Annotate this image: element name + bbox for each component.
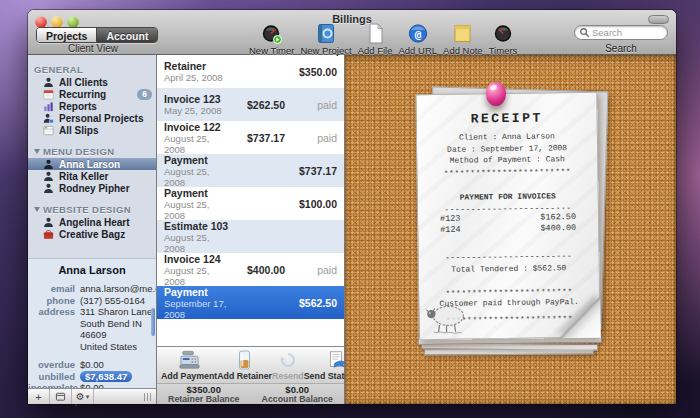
unbilled-label: unbilled [28,371,80,383]
entries-list-pane: RetainerApril 25, 2008 $350.00 Invoice 1… [157,55,345,404]
cash-register-icon [178,350,201,370]
list-item-estimate-103[interactable]: Estimate 103August 25, 2008 [157,220,344,253]
sidebar-item-all-slips[interactable]: All Slips [28,124,156,136]
sidebar-item-anna-larson[interactable]: Anna Larson [28,158,156,170]
list-item-invoice-124[interactable]: Invoice 124August 25, 2008 $400.00 paid [157,253,344,286]
list-item-payment-100[interactable]: PaymentAugust 25, 2008 $100.00 [157,187,344,220]
receipt: RECEIPT Client : Anna Larson Date : Sept… [411,75,611,365]
sidebar-item-recurring[interactable]: Recurring 6 [28,88,156,100]
resize-grip[interactable] [144,393,153,401]
toolbar-toggle-pill[interactable] [648,15,669,24]
email-value: anna.larson@me.com [80,283,156,295]
pushpin-icon [486,82,506,106]
window-header: Billings Projects Account Client View Ne… [28,10,676,55]
gear-icon: ⚙ [76,390,85,404]
person-icon [43,217,54,228]
list-item-invoice-122[interactable]: Invoice 122August 25, 2008 $737.17 paid [157,121,344,154]
receipt-method-line: Method of Payment : Cash [417,153,597,167]
add-retainer-button[interactable]: Add Retainer [217,350,272,381]
add-url-button[interactable]: @ Add URL [398,23,437,56]
sidebar-item-creative-bagz[interactable]: Creative Bagz [28,228,156,240]
new-timer-button[interactable]: New Timer [249,23,294,56]
address-label: address [28,306,80,352]
source-list: GENERAL All Clients Recurring 6 Reports [28,55,156,258]
disclosure-triangle-icon [34,149,40,154]
person-icon [43,159,54,170]
search-icon [579,27,590,38]
retainer-jar-icon [237,350,252,370]
tab-account[interactable]: Account [97,28,157,42]
receipt-total-line: Total Tendered : $562.50 [419,261,599,275]
search-field[interactable] [574,25,668,40]
timer-icon [493,23,513,44]
group-header-general: GENERAL [28,62,156,76]
group-header-menu-design[interactable]: MENU DESIGN [28,144,156,158]
add-payment-button[interactable]: Add Payment [161,350,217,381]
at-icon: @ [408,23,428,44]
sidebar-scrollbar-thumb[interactable] [151,308,155,336]
sidebar-item-rita-keller[interactable]: Rita Keller [28,170,156,182]
add-note-button[interactable]: Add Note [443,23,483,56]
sidebar-item-reports[interactable]: Reports [28,100,156,112]
chevron-down-icon: ▾ [86,390,90,404]
search-input[interactable] [590,26,663,39]
list-item-invoice-123[interactable]: Invoice 123May 25, 2008 $262.50 paid [157,88,344,121]
sidebar: GENERAL All Clients Recurring 6 Reports [28,55,157,404]
timer-icon [261,23,283,44]
resend-arrow-icon [278,350,298,370]
search-area: Search [574,25,668,54]
bar-chart-icon [43,101,54,112]
tab-projects[interactable]: Projects [37,28,97,42]
address-value: 311 Sharon Lane South Bend IN 46609 Unit… [80,306,156,352]
phone-label: phone [28,295,80,307]
sidebar-item-personal-projects[interactable]: Personal Projects [28,112,156,124]
briefcase-icon [43,229,54,240]
receipt-line-item: #124$400.00 [418,223,598,237]
receipt-title: RECEIPT [417,110,597,128]
file-icon [367,23,384,44]
receipt-section-header: PAYMENT FOR INVOICES [418,189,598,203]
toolbar-buttons: New Timer New Project Add File @ Add URL [246,23,520,56]
entries-list: RetainerApril 25, 2008 $350.00 Invoice 1… [157,55,344,346]
archive-box-icon [55,391,66,402]
list-item-payment-562-selected[interactable]: PaymentSeptember 17, 2008 $562.50 [157,286,344,319]
retainer-balance: $350.00 Retainer Balance [157,384,251,404]
phone-value: (317) 555-0164 [80,295,145,307]
email-label: email [28,283,80,295]
billings-window: Billings Projects Account Client View Ne… [28,10,676,404]
overdue-value: $0.00 [80,359,104,371]
archive-button[interactable] [50,389,72,404]
receipt-divider: ------------------------ [419,250,599,262]
person-icon [43,183,54,194]
recurring-count-badge: 6 [137,89,152,100]
list-action-bar: Add Payment Add Retainer Resend [157,346,344,383]
person-box-icon [43,113,54,124]
sheep-doodle [423,301,467,336]
person-icon [43,171,54,182]
sidebar-item-angelina-heart[interactable]: Angelina Heart [28,216,156,228]
add-client-button[interactable]: + [28,389,50,404]
sidebar-item-all-clients[interactable]: All Clients [28,76,156,88]
svg-text:@: @ [414,28,421,41]
action-gear-button[interactable]: ⚙ ▾ [72,389,94,404]
view-segmented-control: Projects Account [36,27,158,43]
balances-bar: $350.00 Retainer Balance $0.00 Account B… [157,383,344,404]
group-header-website-design[interactable]: WEBSITE DESIGN [28,202,156,216]
calendar-icon [43,89,54,100]
unbilled-value-badge: $7,638.47 [80,371,132,383]
timers-button[interactable]: Timers [489,23,518,56]
notebook-icon [316,23,336,44]
sidebar-item-rodney-pipher[interactable]: Rodney Pipher [28,182,156,194]
add-file-button[interactable]: Add File [358,23,393,56]
receipt-paper: RECEIPT Client : Anna Larson Date : Sept… [415,92,600,341]
sidebar-bottom-bar: + ⚙ ▾ [28,388,156,404]
new-project-button[interactable]: New Project [300,23,351,56]
slips-icon [43,125,54,136]
resend-button[interactable]: Resend [272,350,304,381]
overdue-label: overdue [28,359,80,371]
client-name: Anna Larson [28,264,156,276]
list-item-payment-737[interactable]: PaymentAugust 25, 2008 $737.17 [157,154,344,187]
disclosure-triangle-icon [34,207,40,212]
client-info-panel: Anna Larson email anna.larson@me.com pho… [28,258,156,388]
list-item-retainer[interactable]: RetainerApril 25, 2008 $350.00 [157,55,344,88]
